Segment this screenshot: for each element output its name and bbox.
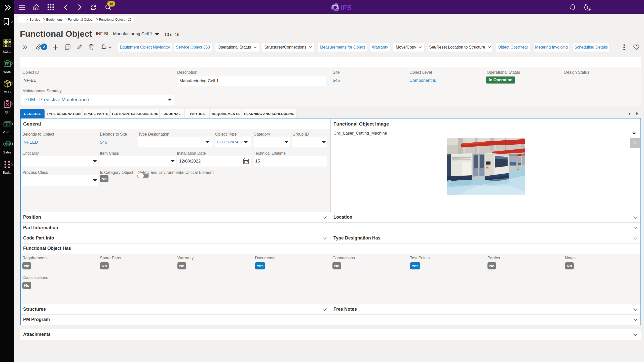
svg-text:IFS: IFS [340,4,351,12]
svg-text:?: ? [586,5,588,10]
svg-text:$: $ [7,142,9,145]
svg-text:$: $ [6,123,8,126]
